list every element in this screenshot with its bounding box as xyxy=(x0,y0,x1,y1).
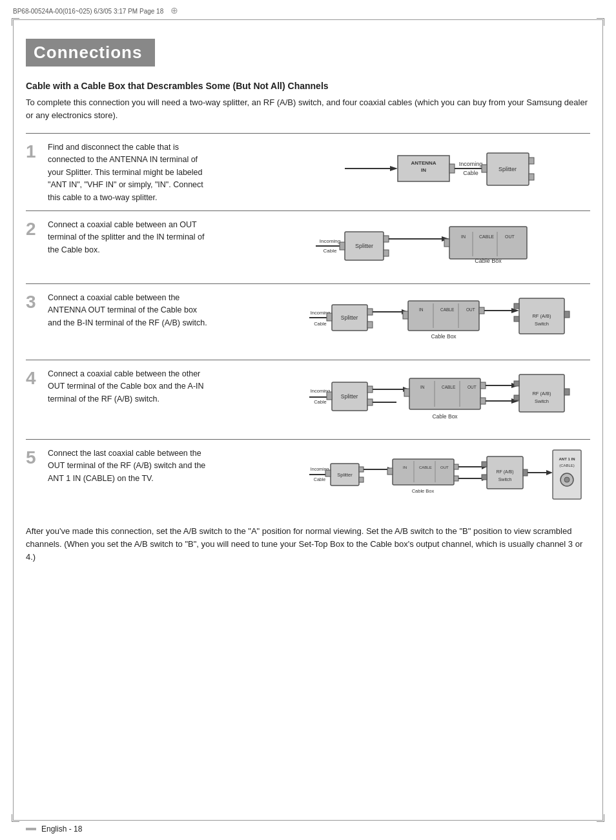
svg-rect-78 xyxy=(480,398,486,404)
svg-text:IN: IN xyxy=(419,307,424,312)
svg-rect-49 xyxy=(479,307,484,314)
step-4-diagram: Incoming Cable Splitter xyxy=(216,368,590,433)
step-2-text: Connect a coaxial cable between an OUT t… xyxy=(48,219,216,256)
step-4-number: 4 xyxy=(26,369,48,387)
svg-text:Incoming: Incoming xyxy=(320,238,340,244)
svg-text:OUT: OUT xyxy=(440,466,449,469)
step-1: 1 Find and disconnect the cable that is … xyxy=(26,133,590,210)
step-5: 5 Connect the last coaxial cable between… xyxy=(26,439,590,512)
intro-text: To complete this connection you will nee… xyxy=(26,96,590,121)
svg-rect-36 xyxy=(327,313,332,321)
svg-rect-117 xyxy=(523,469,528,476)
svg-text:Cable Box: Cable Box xyxy=(431,333,457,340)
svg-rect-87 xyxy=(564,389,570,395)
svg-marker-1 xyxy=(390,166,398,171)
svg-text:Cable: Cable xyxy=(463,170,478,176)
title-banner: Connections xyxy=(26,39,155,67)
step-3-text: Connect a coaxial cable between the ANTE… xyxy=(48,292,216,329)
svg-rect-107 xyxy=(454,464,458,469)
svg-text:OUT: OUT xyxy=(467,385,477,389)
step-4: 4 Connect a coaxial cable between the ot… xyxy=(26,360,590,439)
svg-text:CABLE: CABLE xyxy=(419,466,432,469)
svg-rect-24 xyxy=(449,227,527,259)
svg-rect-115 xyxy=(482,462,487,467)
svg-rect-42 xyxy=(408,301,479,331)
svg-text:OUT: OUT xyxy=(466,307,475,312)
svg-text:OUT: OUT xyxy=(505,234,515,239)
svg-rect-95 xyxy=(359,467,364,472)
step-2-diagram: Incoming Cable Splitter xyxy=(216,219,590,277)
footer-note: After you've made this connection, set t… xyxy=(26,525,590,564)
svg-text:IN: IN xyxy=(403,466,407,469)
step-5-diagram: Incoming Cable Splitter IN xyxy=(216,447,590,506)
step-5-text: Connect the last coaxial cable between t… xyxy=(48,447,216,485)
svg-text:IN: IN xyxy=(461,234,466,239)
svg-rect-20 xyxy=(384,250,389,256)
svg-rect-38 xyxy=(367,322,373,328)
svg-rect-96 xyxy=(359,477,364,482)
page-number-text: English - 18 xyxy=(41,825,82,834)
step-1-diagram: ANTENNA IN Incoming Cable xyxy=(216,141,590,200)
svg-rect-54 xyxy=(514,303,519,309)
svg-rect-106 xyxy=(387,468,393,475)
svg-text:Cable Box: Cable Box xyxy=(432,413,458,420)
svg-text:Splitter: Splitter xyxy=(341,393,358,400)
svg-rect-100 xyxy=(393,459,454,485)
svg-text:Cable Box: Cable Box xyxy=(412,488,435,494)
step-2-number: 2 xyxy=(26,220,48,238)
svg-text:Switch: Switch xyxy=(535,321,549,327)
svg-text:CABLE: CABLE xyxy=(442,385,456,389)
page-number-block xyxy=(26,828,36,830)
svg-text:Cable: Cable xyxy=(314,399,327,405)
svg-rect-70 xyxy=(409,378,480,409)
svg-text:IN: IN xyxy=(420,385,425,389)
steps-container: 1 Find and disconnect the cable that is … xyxy=(26,133,590,512)
svg-text:(CABLE): (CABLE) xyxy=(559,464,575,467)
page-meta: BP68-00524A-00(016~025) 6/3/05 3:17 PM P… xyxy=(13,5,178,15)
svg-text:ANTENNA: ANTENNA xyxy=(411,160,436,166)
svg-rect-12 xyxy=(529,174,534,180)
svg-text:Cable Box: Cable Box xyxy=(475,258,502,264)
step-3: 3 Connect a coaxial cable between the AN… xyxy=(26,283,590,360)
svg-rect-65 xyxy=(367,399,373,405)
step-3-diagram: Incoming Cable Splitter IN xyxy=(216,292,590,353)
svg-text:Splitter: Splitter xyxy=(498,166,517,172)
svg-rect-56 xyxy=(564,311,570,318)
svg-rect-63 xyxy=(327,392,332,400)
svg-rect-5 xyxy=(449,164,455,173)
svg-rect-30 xyxy=(444,239,449,247)
step-5-number: 5 xyxy=(26,449,48,467)
page-title: Connections xyxy=(34,43,142,63)
svg-rect-77 xyxy=(480,382,486,389)
svg-rect-116 xyxy=(482,475,487,480)
svg-rect-18 xyxy=(340,242,345,250)
svg-text:Cable: Cable xyxy=(323,248,337,254)
svg-rect-11 xyxy=(529,158,534,164)
svg-text:RF (A/B): RF (A/B) xyxy=(532,391,551,396)
svg-text:RF (A/B): RF (A/B) xyxy=(532,313,551,319)
svg-marker-121 xyxy=(546,470,553,475)
svg-text:CABLE: CABLE xyxy=(440,307,455,312)
svg-text:Incoming: Incoming xyxy=(459,161,483,167)
svg-text:IN: IN xyxy=(421,167,426,173)
svg-rect-108 xyxy=(454,476,458,481)
svg-rect-48 xyxy=(403,311,408,319)
svg-text:ANT 1 IN: ANT 1 IN xyxy=(559,457,575,461)
step-3-number: 3 xyxy=(26,293,48,311)
svg-text:Splitter: Splitter xyxy=(355,243,373,249)
svg-rect-19 xyxy=(384,236,389,242)
svg-text:Splitter: Splitter xyxy=(341,314,358,321)
svg-text:Switch: Switch xyxy=(498,477,512,482)
svg-rect-64 xyxy=(367,386,373,393)
step-1-text: Find and disconnect the cable that is co… xyxy=(48,141,216,204)
svg-rect-10 xyxy=(482,165,487,172)
svg-text:RF (A/B): RF (A/B) xyxy=(496,469,513,475)
page-number-area: English - 18 xyxy=(26,825,82,834)
section-heading: Cable with a Cable Box that Descrambles … xyxy=(26,81,590,91)
step-1-number: 1 xyxy=(26,143,48,161)
svg-text:Switch: Switch xyxy=(535,398,549,404)
svg-rect-76 xyxy=(404,389,409,396)
svg-text:Cable: Cable xyxy=(314,321,327,327)
svg-rect-85 xyxy=(514,381,519,386)
svg-text:CABLE: CABLE xyxy=(479,234,494,239)
